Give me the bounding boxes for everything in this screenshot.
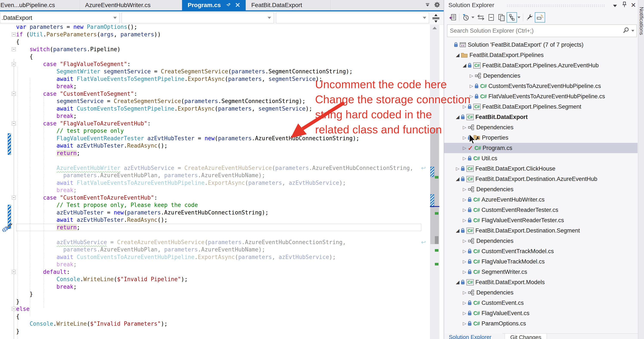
expand-icon[interactable]: ▷ bbox=[461, 197, 468, 202]
type-dropdown[interactable] bbox=[122, 13, 274, 23]
code-line[interactable]: var parameters = new ParamOptions(); bbox=[16, 25, 421, 31]
preview-selected-items-icon[interactable] bbox=[535, 12, 545, 23]
collapse-region-icon[interactable]: − bbox=[12, 47, 16, 51]
show-all-files-icon[interactable] bbox=[496, 12, 507, 23]
solution-switch-views-icon[interactable] bbox=[448, 12, 458, 23]
tree-item-properties[interactable]: ▷Properties bbox=[444, 133, 638, 143]
code-line[interactable]: break; bbox=[16, 261, 421, 268]
collapse-region-icon[interactable]: − bbox=[12, 92, 16, 96]
window-position-caret-icon[interactable] bbox=[613, 5, 617, 7]
tree-item-util-cs[interactable]: ▷C#Util.cs bbox=[444, 153, 638, 163]
tree-item-customevent-cs[interactable]: ▷C#CustomEvent.cs bbox=[444, 298, 638, 308]
collapse-icon[interactable]: ◢ bbox=[454, 176, 461, 182]
code-line[interactable]: await FlatValueEventsToAzureEventHubPipe… bbox=[16, 179, 421, 187]
autohide-tab[interactable]: Notifications bbox=[638, 7, 644, 35]
split-editor-icon[interactable] bbox=[431, 13, 441, 24]
expand-icon[interactable]: ▷ bbox=[461, 259, 468, 264]
code-line[interactable]: } bbox=[16, 290, 421, 298]
expand-icon[interactable]: ▷ bbox=[468, 73, 474, 78]
collapse-icon[interactable]: ◢ bbox=[461, 63, 468, 68]
panel-drag-grip[interactable] bbox=[506, 4, 605, 7]
expand-icon[interactable]: ▷ bbox=[461, 187, 468, 192]
expand-icon[interactable]: ▷ bbox=[461, 269, 468, 274]
code-line[interactable] bbox=[16, 157, 421, 164]
tree-item-customeventreadertester-cs[interactable]: ▷C#CustomEventReaderTester.cs bbox=[444, 205, 638, 215]
expand-icon[interactable]: ▷ bbox=[461, 300, 468, 305]
code-line[interactable]: parameters.AzureEventHubPlan, parameters… bbox=[16, 246, 421, 253]
code-line[interactable] bbox=[16, 231, 421, 238]
scroll-up-icon[interactable] bbox=[432, 27, 437, 29]
code-line[interactable]: else bbox=[16, 305, 421, 313]
tree-item-dependencies[interactable]: ▷Dependencies bbox=[444, 184, 638, 194]
code-line[interactable]: } bbox=[16, 327, 421, 335]
code-line[interactable]: SegmentWriter segmentService = CreateSeg… bbox=[16, 68, 421, 75]
tree-item-azureeventhubwriter-cs[interactable]: ▷C#AzureEventHubWriter.cs bbox=[444, 194, 638, 205]
tree-item-customeventstoazureeventhubpipeline-cs[interactable]: ▷C#CustomEventsToAzureEventHubPipeline.c… bbox=[444, 81, 638, 91]
code-line[interactable]: break; bbox=[16, 186, 421, 194]
expand-icon[interactable]: ▷ bbox=[461, 238, 468, 243]
gear-icon[interactable] bbox=[434, 1, 441, 9]
code-line[interactable]: await azEvtHubTester.ReadAsync(); bbox=[16, 216, 421, 224]
collapse-icon[interactable]: ◢ bbox=[454, 52, 461, 58]
tree-item-featbit-dataexport-clickhouse[interactable]: ▷C#FeatBit.DataExport.ClickHouse bbox=[444, 163, 638, 174]
tree-item-solution-featbit-dataexport-7-of-7-proje[interactable]: Solution 'FeatBit.DataExport' (7 of 7 pr… bbox=[444, 40, 638, 50]
code-line[interactable]: default: bbox=[16, 268, 421, 276]
code-line[interactable]: if (Util.ParseParameters(args, parameter… bbox=[16, 31, 421, 38]
tree-item-program-cs[interactable]: ▷✓C#Program.cs bbox=[444, 143, 638, 153]
tree-item-dependencies[interactable]: ▷Dependencies bbox=[444, 71, 638, 81]
code-line[interactable]: return; bbox=[16, 224, 421, 231]
collapse-icon[interactable]: ◢ bbox=[454, 279, 461, 285]
search-input[interactable] bbox=[447, 27, 622, 35]
expand-icon[interactable]: ▷ bbox=[461, 218, 468, 223]
tree-item-featbit-dataexport-pipelines[interactable]: ◢FeatBit.DataExport.Pipelines bbox=[444, 50, 638, 60]
expand-icon[interactable]: ▷ bbox=[454, 166, 461, 171]
editor-scrollbar[interactable] bbox=[430, 25, 439, 339]
expand-icon[interactable]: ▷ bbox=[461, 207, 468, 212]
code-editor[interactable]: var parameters = new ParamOptions();if (… bbox=[0, 25, 430, 339]
tree-item-segmentwriter-cs[interactable]: ▷C#SegmentWriter.cs bbox=[444, 267, 638, 277]
expand-icon[interactable]: ▷ bbox=[461, 311, 468, 316]
code-line[interactable]: switch(parameters.Pipeline) bbox=[16, 46, 421, 53]
collapse-region-icon[interactable]: − bbox=[12, 270, 16, 274]
tab-eventhub-pipeline[interactable]: Even...ubPipeline.cs bbox=[0, 0, 80, 10]
code-line[interactable]: parameters.AzureEventHubPlan, parameters… bbox=[16, 172, 421, 179]
tree-item-dependencies[interactable]: ▷Dependencies bbox=[444, 122, 638, 133]
tree-item-customeventtrackmodel-cs[interactable]: ▷C#CustomEventTrackModel.cs bbox=[444, 246, 638, 256]
expand-icon[interactable]: ▷ bbox=[461, 156, 468, 161]
tree-item-dependencies[interactable]: ▷Dependencies bbox=[444, 287, 638, 298]
code-line[interactable]: await azEvtHubTester.ReadAsync(); bbox=[16, 142, 421, 150]
expand-icon[interactable]: ▷ bbox=[468, 84, 474, 89]
code-line[interactable]: azEvtHubService = CreateAzureEventHubSer… bbox=[16, 238, 421, 246]
sync-with-active-document-icon[interactable] bbox=[507, 12, 517, 23]
expand-icon[interactable]: ▷ bbox=[461, 135, 468, 140]
tab-git-changes[interactable]: Git Changes bbox=[505, 333, 547, 339]
code-line[interactable]: AzureEventHubWriter azEvtHubService = Cr… bbox=[16, 164, 421, 172]
code-line[interactable]: { bbox=[16, 38, 421, 46]
code-line[interactable]: break; bbox=[16, 283, 421, 291]
pin-icon[interactable] bbox=[622, 1, 627, 9]
collapse-region-icon[interactable]: − bbox=[12, 122, 16, 125]
code-line[interactable]: { bbox=[16, 313, 421, 320]
expand-icon[interactable]: ▷ bbox=[461, 125, 468, 130]
pin-icon[interactable] bbox=[226, 2, 231, 9]
collapse-region-icon[interactable]: − bbox=[12, 196, 16, 200]
collapse-region-icon[interactable]: − bbox=[12, 307, 16, 311]
code-line[interactable]: azEvtHubTester = new(parameters.AzureEve… bbox=[16, 209, 421, 216]
scrollbar-thumb[interactable] bbox=[430, 128, 439, 244]
tree-item-flagvalueevent-cs[interactable]: ▷C#FlagValueEvent.cs bbox=[444, 308, 638, 318]
expand-icon[interactable]: ▷ bbox=[461, 249, 468, 254]
chevron-down-icon[interactable] bbox=[518, 17, 520, 18]
tree-item-flatvalueeventstoazureeventhubpipeline-c[interactable]: ▷C#FlatValueEventsToAzureEventHubPipelin… bbox=[444, 91, 638, 102]
code-line[interactable]: Console.WriteLine($"Invalid Parameters")… bbox=[16, 320, 421, 327]
tree-item-featbit-dataexport-pipelines-segment[interactable]: ▷C#FeatBit.DataExport.Pipelines.Segment bbox=[444, 102, 638, 112]
tab-list-chevron-icon[interactable] bbox=[424, 2, 431, 9]
collapse-icon[interactable]: ◢ bbox=[454, 228, 461, 233]
search-icon[interactable] bbox=[622, 27, 630, 35]
tree-item-featbit-dataexport[interactable]: ◢C#FeatBit.DataExport bbox=[444, 112, 638, 122]
code-line[interactable]: return; bbox=[16, 150, 421, 157]
tree-item-featbit-dataexport-destination-azureeven[interactable]: ◢C#FeatBit.DataExport.Destination.AzureE… bbox=[444, 174, 638, 184]
chevron-down-icon[interactable] bbox=[472, 17, 474, 18]
code-line[interactable]: { bbox=[16, 53, 421, 61]
expand-icon[interactable]: ▷ bbox=[461, 290, 468, 295]
properties-icon[interactable] bbox=[524, 12, 535, 23]
